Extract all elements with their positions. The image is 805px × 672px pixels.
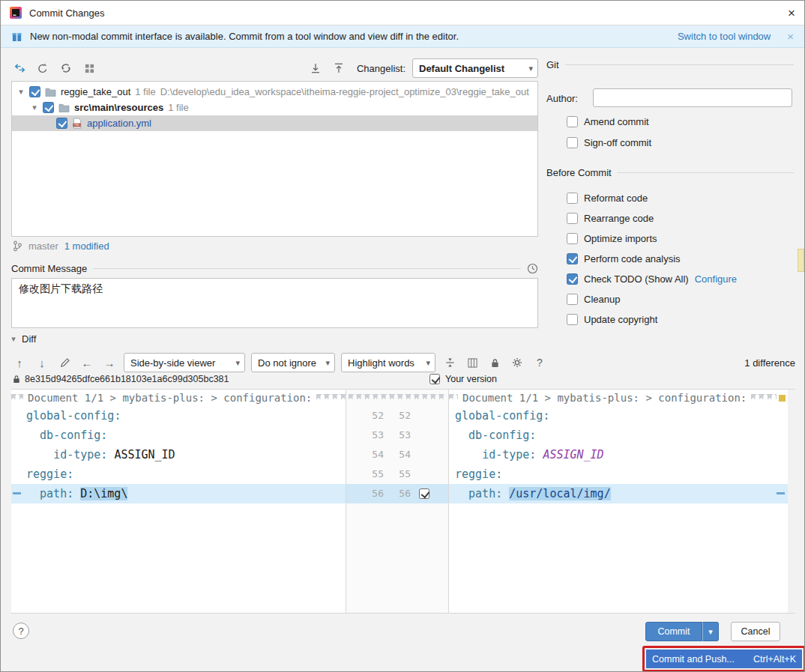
before-commit-label: Before Commit xyxy=(546,167,612,178)
diff-left-pane[interactable]: Document 1/1 > mybatis-plus: > configura… xyxy=(11,390,346,613)
optimize-imports-checkbox[interactable] xyxy=(567,233,578,244)
ignore-mode-value: Do not ignore xyxy=(258,357,316,369)
expand-arrow-icon[interactable]: ▾ xyxy=(31,103,38,112)
collapse-arrow-icon[interactable]: ▾ xyxy=(10,334,17,344)
change-marker xyxy=(777,492,785,494)
option-cleanup[interactable]: Cleanup xyxy=(567,294,620,305)
message-history-icon[interactable] xyxy=(527,263,538,274)
new-feature-icon xyxy=(11,31,22,42)
before-commit-header: Before Commit xyxy=(546,167,794,178)
optimize-imports-label: Optimize imports xyxy=(584,233,657,244)
option-update-copyright[interactable]: Update copyright xyxy=(567,314,657,325)
lock-icon[interactable] xyxy=(486,354,503,371)
perform-code-analysis-checkbox[interactable] xyxy=(567,253,578,264)
commit-and-push-menu-item[interactable]: Commit and Push... Ctrl+Alt+K xyxy=(646,650,802,668)
diff-section-header[interactable]: ▾ Diff xyxy=(10,333,36,345)
folder-icon xyxy=(58,103,70,112)
directory-checkbox[interactable] xyxy=(43,102,54,113)
commit-split-button[interactable]: Commit ▾ xyxy=(645,622,719,641)
tree-row-file-selected[interactable]: YML application.yml xyxy=(12,115,537,131)
commit-button[interactable]: Commit xyxy=(645,622,702,641)
update-copyright-label: Update copyright xyxy=(584,314,657,325)
help-button[interactable]: ? xyxy=(13,623,29,639)
cleanup-checkbox[interactable] xyxy=(567,294,578,305)
changelist-label: Changelist: xyxy=(357,63,405,74)
notification-banner: New non-modal commit interface is availa… xyxy=(1,25,804,48)
edit-icon[interactable] xyxy=(56,354,73,371)
synchronize-columns-icon[interactable] xyxy=(464,354,480,371)
window-close-icon[interactable]: × xyxy=(788,7,795,19)
show-diff-icon[interactable] xyxy=(11,60,28,76)
git-section-header: Git xyxy=(546,59,794,70)
commit-options-panel: Git Author: Amend commit Sign-off commit… xyxy=(546,53,795,375)
scroll-marker xyxy=(798,249,804,272)
collapse-unchanged-icon[interactable] xyxy=(441,354,458,371)
file-checkbox[interactable] xyxy=(56,118,67,129)
author-label: Author: xyxy=(546,93,578,104)
your-version-label: Your version xyxy=(445,374,497,384)
separator xyxy=(618,172,794,173)
configure-link[interactable]: Configure xyxy=(695,273,737,285)
commit-dropdown-arrow[interactable]: ▾ xyxy=(702,622,719,641)
chevron-down-icon: ▾ xyxy=(708,627,713,637)
include-change-checkbox[interactable] xyxy=(419,488,429,499)
sign-off-checkbox[interactable] xyxy=(567,137,578,148)
switch-to-tool-window-link[interactable]: Switch to tool window xyxy=(678,31,771,42)
expand-all-icon[interactable] xyxy=(307,60,324,76)
rearrange-code-checkbox[interactable] xyxy=(567,213,578,224)
separator xyxy=(93,268,521,269)
diff-right-pane[interactable]: Document 1/1 > mybatis-plus: > configura… xyxy=(449,390,788,613)
option-amend-commit[interactable]: Amend commit xyxy=(567,116,649,127)
separator xyxy=(565,64,794,65)
code-line: global-config: xyxy=(11,406,346,426)
gutter-row: 5454 xyxy=(346,445,448,464)
expand-arrow-icon[interactable]: ▾ xyxy=(17,87,25,97)
go-left-icon[interactable]: ← xyxy=(79,354,95,371)
code-line-changed: path:/usr/local/img/ xyxy=(449,484,788,503)
update-copyright-checkbox[interactable] xyxy=(567,314,578,325)
group-by-icon[interactable] xyxy=(81,60,97,76)
option-optimize-imports[interactable]: Optimize imports xyxy=(567,233,657,244)
cleanup-label: Cleanup xyxy=(584,294,620,305)
viewer-mode-dropdown[interactable]: Side-by-side viewer ▾ xyxy=(124,353,245,372)
change-marker xyxy=(13,492,21,494)
ignore-mode-dropdown[interactable]: Do not ignore ▾ xyxy=(251,353,335,372)
code-line: reggie: xyxy=(449,464,788,484)
reformat-code-checkbox[interactable] xyxy=(567,193,578,204)
directory-name: src\main\resources xyxy=(74,102,163,113)
title-bar: Commit Changes × xyxy=(1,1,804,25)
banner-close-icon[interactable]: × xyxy=(787,31,794,42)
collapsed-lines-squiggle xyxy=(11,393,23,402)
modified-count-link[interactable]: 1 modified xyxy=(64,240,109,252)
option-perform-code-analysis[interactable]: Perform code analysis xyxy=(567,253,681,264)
project-checkbox[interactable] xyxy=(29,86,40,97)
commit-message-input[interactable]: 修改图片下载路径 xyxy=(11,278,538,328)
option-rearrange-code[interactable]: Rearrange code xyxy=(567,213,654,224)
previous-difference-icon[interactable]: ↑ xyxy=(11,354,28,371)
collapsed-lines-squiggle xyxy=(449,393,458,402)
help-icon[interactable]: ? xyxy=(531,354,548,371)
highlight-mode-dropdown[interactable]: Highlight words ▾ xyxy=(341,353,435,372)
settings-gear-icon[interactable] xyxy=(509,354,525,371)
option-reformat-code[interactable]: Reformat code xyxy=(567,193,648,204)
refresh-icon[interactable] xyxy=(58,60,74,76)
your-version-checkbox[interactable] xyxy=(429,374,440,384)
check-todo-checkbox[interactable] xyxy=(567,273,578,285)
author-input[interactable] xyxy=(593,88,792,107)
go-right-icon[interactable]: → xyxy=(101,354,118,371)
check-todo-label: Check TODO (Show All) xyxy=(584,273,689,285)
amend-commit-checkbox[interactable] xyxy=(567,116,578,127)
left-breadcrumb-row: Document 1/1 > mybatis-plus: > configura… xyxy=(11,390,346,406)
cancel-button[interactable]: Cancel xyxy=(731,622,780,641)
tree-row-directory[interactable]: ▾ src\main\resources 1 file xyxy=(12,100,537,115)
caret-marker xyxy=(779,395,786,402)
code-line: reggie: xyxy=(11,464,346,484)
rollback-icon[interactable] xyxy=(34,60,51,76)
collapse-all-icon[interactable] xyxy=(331,60,347,76)
next-difference-icon[interactable]: ↓ xyxy=(34,354,50,371)
option-check-todo[interactable]: Check TODO (Show All) Configure xyxy=(567,273,737,285)
sign-off-label: Sign-off commit xyxy=(584,137,651,148)
changelist-dropdown[interactable]: Default Changelist ▾ xyxy=(412,58,538,78)
option-sign-off[interactable]: Sign-off commit xyxy=(567,137,651,148)
tree-row-project[interactable]: ▾ reggie_take_out 1 file D:\develop\edu_… xyxy=(12,84,537,100)
